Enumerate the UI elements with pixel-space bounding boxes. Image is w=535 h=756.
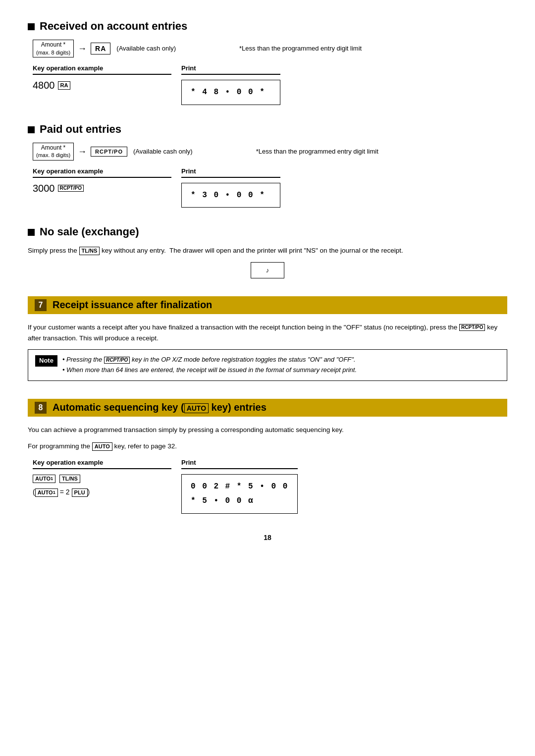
received-on-account-header: Received on account entries (28, 20, 507, 33)
note-bullet-1: • Pressing the RCPT/PO key in the OP X/Z… (62, 355, 357, 365)
no-sale-key-label: ♪ (266, 267, 269, 274)
tlns-key-auto: TL/NS (59, 475, 80, 483)
paid-out-amount-box: Amount * (max. 8 digits) (33, 143, 74, 161)
received-amount-sub: (max. 8 digits) (36, 49, 70, 56)
receipt-issuance-number: 7 (35, 299, 47, 311)
auto-eq-paren-close: ) (88, 488, 90, 496)
received-arrow-icon: → (78, 44, 87, 53)
paid-out-key-op-col: Key operation example 3000 RCPT/PO (33, 167, 171, 196)
auto-seq-print-line2: * 5 • 0 0 α (191, 494, 288, 508)
paid-out-amount-sub: (max. 8 digits) (36, 152, 70, 159)
received-key-op-row: 4800 RA (33, 80, 171, 91)
received-ra-key: RA (91, 43, 110, 54)
auto1-key2: AUTO1 (35, 488, 58, 497)
received-limit-note: *Less than the programmed entry digit li… (239, 45, 362, 52)
auto-eq-equals: = 2 (60, 488, 70, 496)
auto-seq-body1: You can achieve a programmed transaction… (28, 425, 507, 435)
auto-seq-print-line1: 0 0 2 # * 5 • 0 0 (191, 480, 288, 494)
receipt-issuance-title: Receipt issuance after finalization (53, 299, 212, 311)
received-key-op-section: Key operation example 4800 RA Print * 4 … (33, 64, 507, 105)
auto-sequencing-number: 8 (35, 402, 47, 414)
received-ra-key-inline: RA (58, 81, 71, 90)
black-square-icon3 (28, 229, 35, 236)
note-bullet-2: • When more than 64 lines are entered, t… (62, 365, 357, 376)
received-amount-label: Amount * (36, 41, 70, 49)
received-key-op-header: Key operation example (33, 64, 171, 75)
received-print-header: Print (181, 64, 280, 75)
auto-seq-key-op-header: Key operation example (33, 459, 171, 469)
no-sale-body: Simply press the TL/NS key without any e… (28, 245, 507, 256)
auto-seq-print-header: Print (181, 459, 298, 469)
no-sale-header: No sale (exchange) (28, 225, 507, 238)
no-sale-key-area: ♪ (28, 262, 507, 278)
paid-out-amount-label: Amount * (36, 144, 70, 152)
no-sale-section: No sale (exchange) Simply press the TL/N… (28, 225, 507, 278)
black-square-icon2 (28, 126, 35, 133)
received-key-op-value: 4800 (33, 80, 55, 91)
paid-out-section: Paid out entries Amount * (max. 8 digits… (28, 123, 507, 208)
auto-sequencing-header: 8 Automatic sequencing key (AUTO key) en… (28, 399, 507, 417)
paid-out-print-col: Print * 3 0 • 0 0 * (181, 167, 280, 208)
rcptpo-key-body: RCPT/PO (459, 324, 485, 331)
paid-out-key-op-section: Key operation example 3000 RCPT/PO Print… (33, 167, 507, 208)
received-on-account-title: Received on account entries (40, 20, 187, 33)
auto-sequencing-section: 8 Automatic sequencing key (AUTO key) en… (28, 399, 507, 514)
paid-out-title: Paid out entries (40, 123, 121, 136)
paid-out-print-output: * 3 0 • 0 0 * (181, 183, 280, 208)
rcptpo-key-note: RCPT/PO (104, 357, 130, 364)
paid-out-limit-note: *Less than the programmed entry digit li… (256, 148, 378, 155)
note-label: Note (35, 355, 57, 367)
paid-out-key-op-value: 3000 (33, 183, 55, 194)
receipt-issuance-section: 7 Receipt issuance after finalization If… (28, 296, 507, 381)
black-square-icon (28, 23, 35, 30)
received-cash-note: (Available cash only) (116, 45, 176, 52)
page-number: 18 (28, 534, 507, 541)
auto-sequencing-title: Automatic sequencing key (AUTO key) entr… (53, 402, 267, 413)
auto-seq-key-op-col: Key operation example AUTO1 TL/NS (AUTO1… (33, 459, 171, 497)
paid-out-rcptpo-key-inline: RCPT/PO (58, 185, 84, 192)
paid-out-flow-row: Amount * (max. 8 digits) → RCPT/PO (Avai… (33, 143, 507, 161)
received-on-account-section: Received on account entries Amount * (ma… (28, 20, 507, 105)
auto1-key: AUTO1 (33, 475, 55, 483)
receipt-note-box: Note • Pressing the RCPT/PO key in the O… (28, 349, 507, 381)
received-key-op-col: Key operation example 4800 RA (33, 64, 171, 93)
received-flow-row: Amount * (max. 8 digits) → RA (Available… (33, 40, 507, 57)
auto-seq-key-op-section: Key operation example AUTO1 TL/NS (AUTO1… (33, 459, 507, 514)
received-print-col: Print * 4 8 • 0 0 * (181, 64, 280, 105)
plu-key: PLU (72, 488, 88, 497)
auto-seq-key-op-row1: AUTO1 TL/NS (33, 474, 171, 483)
received-amount-box: Amount * (max. 8 digits) (33, 40, 74, 57)
auto-seq-body2: For programming the AUTO key, refer to p… (28, 441, 507, 452)
receipt-issuance-body: If your customer wants a receipt after y… (28, 322, 507, 343)
paid-out-key-op-row: 3000 RCPT/PO (33, 183, 171, 194)
no-sale-tlns-box: ♪ (251, 262, 285, 278)
auto-key-body2-inline: AUTO (92, 442, 112, 451)
no-sale-title: No sale (exchange) (40, 225, 139, 238)
paid-out-rcptpo-key: RCPT/PO (91, 147, 127, 157)
auto-seq-print-output: 0 0 2 # * 5 • 0 0 * 5 • 0 0 α (181, 474, 298, 514)
received-print-output: * 4 8 • 0 0 * (181, 80, 280, 105)
auto-seq-print-col: Print 0 0 2 # * 5 • 0 0 * 5 • 0 0 α (181, 459, 298, 514)
paid-out-cash-note: (Available cash only) (133, 148, 193, 155)
paid-out-arrow-icon: → (78, 147, 87, 156)
tlns-key-inline: TL/NS (79, 247, 100, 255)
paid-out-print-header: Print (181, 167, 280, 178)
paid-out-key-op-header: Key operation example (33, 167, 171, 178)
receipt-issuance-header: 7 Receipt issuance after finalization (28, 296, 507, 314)
paid-out-header: Paid out entries (28, 123, 507, 136)
auto-key-title-inline: AUTO (184, 403, 209, 414)
auto-seq-key-op-row2: (AUTO1= 2PLU) (33, 488, 171, 497)
note-content: • Pressing the RCPT/PO key in the OP X/Z… (62, 355, 357, 376)
